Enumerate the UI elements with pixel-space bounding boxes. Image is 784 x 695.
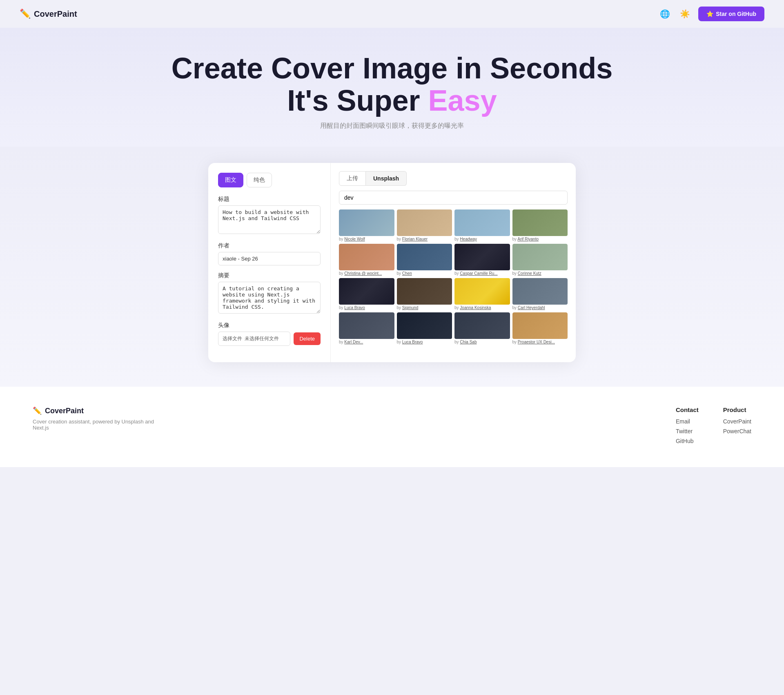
image-author-link[interactable]: Joanna Kosinska [460, 305, 491, 310]
image-cell[interactable]: by Christina @ wocint... [339, 244, 394, 276]
star-icon: ⭐ [706, 11, 713, 17]
image-caption: by Christina @ wocint... [339, 271, 394, 276]
image-cell[interactable]: by Joanna Kosinska [454, 278, 510, 310]
image-cell[interactable]: by Florian Klauer [397, 209, 452, 241]
avatar-group: 头像 选择文件 未选择任何文件 Delete [218, 322, 321, 346]
image-caption: by Joanna Kosinska [454, 305, 510, 310]
image-cell[interactable]: by Nicole Wolf [339, 209, 394, 241]
theme-icon: ☀️ [680, 9, 690, 18]
image-caption: by Chia Sab [454, 340, 510, 344]
tab-unsplash[interactable]: Unsplash [366, 171, 407, 186]
image-author-link[interactable]: Chen [402, 271, 412, 276]
hero-easy-word: Easy [428, 84, 497, 117]
image-author-link[interactable]: Proaestor UX Desi... [518, 340, 555, 344]
header-actions: 🌐 ☀️ ⭐ Star on GitHub [658, 7, 764, 21]
image-author-link[interactable]: Nicole Wolf [344, 237, 365, 241]
footer-twitter-link[interactable]: Twitter [676, 428, 699, 434]
search-input[interactable] [339, 191, 568, 205]
image-cell[interactable]: by Caspar Camille Ru... [454, 244, 510, 276]
image-caption: by Karl Dev... [339, 340, 394, 344]
image-caption: by Caspar Camille Ru... [454, 271, 510, 276]
image-author-link[interactable]: Sigmund [402, 305, 418, 310]
image-author-link[interactable]: Karl Dev... [344, 340, 363, 344]
theme-toggle-button[interactable]: ☀️ [678, 7, 692, 20]
image-cell[interactable]: by Chen [397, 244, 452, 276]
title-label: 标题 [218, 196, 321, 203]
image-author-link[interactable]: Caspar Camille Ru... [460, 271, 497, 276]
left-panel: 图文 纯色 标题 作者 摘要 头像 选择文件 未选择任何文 [208, 163, 331, 362]
abstract-group: 摘要 [218, 272, 321, 315]
title-group: 标题 [218, 196, 321, 236]
image-caption: by Florian Klauer [397, 237, 452, 241]
image-author-link[interactable]: Headway [460, 237, 477, 241]
image-caption: by Corinne Kutz [512, 271, 568, 276]
file-none-text: 未选择任何文件 [245, 335, 279, 342]
author-input[interactable] [218, 252, 321, 265]
logo-icon: ✏️ [20, 9, 31, 19]
image-caption: by Arif Riyanto [512, 237, 568, 241]
image-caption: by Proaestor UX Desi... [512, 340, 568, 344]
image-cell[interactable]: by Luca Bravo [397, 312, 452, 344]
footer-links: Contact Email Twitter GitHub Product Cov… [676, 406, 751, 448]
footer-contact-col: Contact Email Twitter GitHub [676, 406, 699, 448]
tab-image-text[interactable]: 图文 [218, 173, 243, 187]
author-label: 作者 [218, 242, 321, 249]
image-author-link[interactable]: Christina @ wocint... [344, 271, 382, 276]
image-author-link[interactable]: Corinne Kutz [518, 271, 541, 276]
image-cell[interactable]: by Sigmund [397, 278, 452, 310]
footer-powerchat-link[interactable]: PowerChat [723, 428, 751, 434]
footer-coverpaint-link[interactable]: CoverPaint [723, 418, 751, 425]
mode-tabs: 图文 纯色 [218, 173, 321, 187]
language-toggle-button[interactable]: 🌐 [658, 7, 672, 20]
image-caption: by Luca Bravo [397, 340, 452, 344]
source-tabs: 上传 Unsplash [339, 171, 568, 186]
logo-text: CoverPaint [34, 9, 77, 19]
footer-logo: ✏️ CoverPaint [33, 406, 163, 415]
avatar-label: 头像 [218, 322, 321, 329]
hero-line2-prefix: It's Super [287, 84, 428, 117]
footer-github-link[interactable]: GitHub [676, 438, 699, 444]
hero-subtitle: 用醒目的封面图瞬间吸引眼球，获得更多的曝光率 [8, 122, 776, 130]
footer-email-link[interactable]: Email [676, 418, 699, 425]
tab-upload[interactable]: 上传 [339, 171, 366, 186]
file-row: 选择文件 未选择任何文件 Delete [218, 332, 321, 346]
footer-product-heading: Product [723, 406, 751, 413]
image-cell[interactable]: by Corinne Kutz [512, 244, 568, 276]
hero-title: Create Cover Image in Seconds It's Super… [8, 52, 776, 117]
image-cell[interactable]: by Headway [454, 209, 510, 241]
abstract-input[interactable] [218, 282, 321, 314]
language-icon: 🌐 [660, 9, 670, 18]
image-cell[interactable]: by Luca Bravo [339, 278, 394, 310]
header: ✏️ CoverPaint 🌐 ☀️ ⭐ Star on GitHub [0, 0, 784, 28]
image-author-link[interactable]: Luca Bravo [402, 340, 423, 344]
image-cell[interactable]: by Chia Sab [454, 312, 510, 344]
image-author-link[interactable]: Arif Riyanto [517, 237, 539, 241]
image-cell[interactable]: by Proaestor UX Desi... [512, 312, 568, 344]
image-author-link[interactable]: Chia Sab [460, 340, 477, 344]
image-cell[interactable]: by Karl Dev... [339, 312, 394, 344]
hero-section: Create Cover Image in Seconds It's Super… [0, 28, 784, 147]
footer-logo-icon: ✏️ [33, 406, 42, 415]
image-caption: by Nicole Wolf [339, 237, 394, 241]
star-github-button[interactable]: ⭐ Star on GitHub [698, 7, 764, 21]
footer-left: ✏️ CoverPaint Cover creation assistant, … [33, 406, 163, 431]
image-grid: by Nicole Wolfby Florian Klauerby Headwa… [339, 209, 568, 344]
image-author-link[interactable]: Carl Heyerdahl [518, 305, 545, 310]
image-caption: by Headway [454, 237, 510, 241]
image-caption: by Sigmund [397, 305, 452, 310]
tab-plain[interactable]: 纯色 [247, 173, 272, 187]
file-choose-text: 选择文件 [223, 335, 242, 342]
image-cell[interactable]: by Carl Heyerdahl [512, 278, 568, 310]
delete-button[interactable]: Delete [294, 332, 321, 345]
right-panel: 上传 Unsplash by Nicole Wolfby Florian Kla… [331, 163, 576, 362]
footer-logo-text: CoverPaint [45, 407, 84, 415]
image-author-link[interactable]: Luca Bravo [344, 305, 365, 310]
star-btn-label: Star on GitHub [716, 11, 756, 17]
footer-product-col: Product CoverPaint PowerChat [723, 406, 751, 448]
image-cell[interactable]: by Arif Riyanto [512, 209, 568, 241]
file-choose-button[interactable]: 选择文件 未选择任何文件 [218, 332, 290, 346]
image-caption: by Chen [397, 271, 452, 276]
main-area: 图文 纯色 标题 作者 摘要 头像 选择文件 未选择任何文 [0, 147, 784, 387]
image-author-link[interactable]: Florian Klauer [402, 237, 428, 241]
title-input[interactable] [218, 205, 321, 234]
